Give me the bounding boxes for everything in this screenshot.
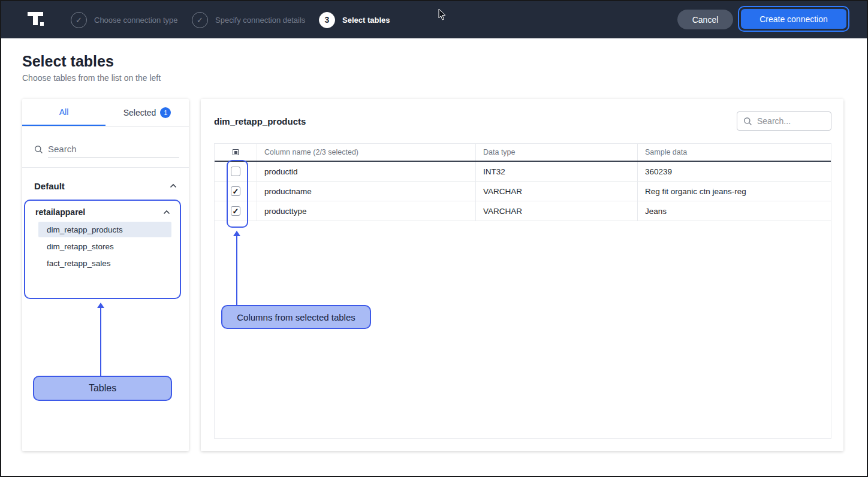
cell-sample-data: 360239: [637, 162, 831, 181]
row-checkbox-checked[interactable]: ✓: [231, 186, 240, 196]
chevron-up-icon[interactable]: [163, 210, 170, 215]
annotation-arrow-line: [100, 307, 101, 376]
columns-panel: dim_retapp_products Column name (2/3 sel…: [201, 99, 843, 451]
table-row: ✓ productname VARCHAR Reg fit organic ct…: [215, 182, 831, 201]
columns-table: Column name (2/3 selected) Data type Sam…: [214, 143, 831, 439]
page-subtitle: Choose tables from the list on the left: [22, 73, 161, 83]
selected-table-title: dim_retapp_products: [214, 116, 306, 126]
select-all-checkbox-indeterminate[interactable]: [233, 149, 239, 155]
table-header-row: Column name (2/3 selected) Data type Sam…: [215, 144, 831, 162]
cell-sample-data: Reg fit organic ctn jeans-reg: [637, 182, 831, 201]
group-default[interactable]: Default: [34, 178, 177, 194]
sidebar-search: [34, 140, 179, 159]
step-label: Choose connection type: [94, 16, 177, 25]
sidebar-search-input[interactable]: [48, 140, 179, 158]
cell-data-type: INT32: [475, 162, 637, 181]
tables-annotation-label: Tables: [33, 376, 172, 401]
table-row: productid INT32 360239: [215, 162, 831, 182]
table-item-fact-retapp-sales[interactable]: fact_retapp_sales: [38, 255, 171, 271]
cell-sample-data: Jeans: [637, 201, 831, 221]
check-icon: ✓: [233, 187, 239, 196]
cell-data-type: VARCHAR: [475, 182, 637, 201]
tab-all[interactable]: All: [22, 99, 106, 126]
schema-annotation-outline: retailapparel dim_retapp_products dim_re…: [24, 200, 181, 299]
cell-column-name: productname: [257, 182, 475, 201]
search-icon: [743, 117, 752, 126]
cancel-button[interactable]: Cancel: [677, 10, 733, 29]
cell-column-name: producttype: [257, 201, 475, 221]
step-label: Select tables: [342, 16, 390, 25]
columns-annotation-label: Columns from selected tables: [221, 305, 371, 329]
cell-column-name: productid: [257, 162, 475, 181]
create-connection-button[interactable]: Create connection: [741, 9, 846, 29]
search-icon: [34, 145, 43, 154]
annotation-arrow-line: [236, 236, 237, 305]
mouse-cursor-icon: [438, 9, 447, 21]
tab-selected[interactable]: Selected 1: [106, 99, 189, 126]
header-column-name: Column name (2/3 selected): [257, 144, 475, 161]
create-connection-focus-ring: Create connection: [738, 6, 849, 32]
schema-label: retailapparel: [35, 207, 85, 217]
table-item-dim-retapp-products[interactable]: dim_retapp_products: [38, 222, 171, 237]
table-row: ✓ producttype VARCHAR Jeans: [215, 201, 831, 221]
step-number: 3: [319, 12, 335, 28]
schema-retailapparel[interactable]: retailapparel: [25, 201, 180, 221]
step-select-tables[interactable]: 3 Select tables: [319, 1, 390, 38]
step-label: Specify connection details: [215, 16, 305, 25]
top-bar: ✓ Choose connection type ✓ Specify conne…: [1, 1, 867, 38]
page-title: Select tables: [22, 53, 114, 70]
thoughtspot-logo-icon: [28, 11, 47, 28]
tab-all-label: All: [59, 107, 69, 117]
step-done-check-icon: ✓: [71, 12, 87, 28]
step-done-check-icon: ✓: [192, 12, 208, 28]
row-checkbox-unchecked[interactable]: [231, 167, 240, 176]
step-specify-connection-details[interactable]: ✓ Specify connection details: [192, 1, 305, 38]
tab-selected-label: Selected: [123, 108, 156, 117]
columns-search-input[interactable]: [757, 116, 825, 126]
step-choose-connection-type[interactable]: ✓ Choose connection type: [71, 1, 177, 38]
app-window: ✓ Choose connection type ✓ Specify conne…: [0, 0, 868, 477]
header-data-type: Data type: [475, 144, 637, 161]
chevron-up-icon[interactable]: [170, 183, 177, 188]
header-sample-data: Sample data: [637, 144, 831, 161]
cell-data-type: VARCHAR: [475, 201, 637, 221]
sidebar-tabs: All Selected 1: [22, 99, 189, 126]
columns-search: [737, 111, 831, 131]
divider: [22, 167, 189, 168]
group-label: Default: [34, 181, 65, 191]
table-item-dim-retapp-stores[interactable]: dim_retapp_stores: [38, 238, 171, 254]
check-icon: ✓: [233, 207, 239, 216]
row-checkbox-checked[interactable]: ✓: [231, 206, 240, 216]
selected-count-badge: 1: [160, 107, 171, 118]
